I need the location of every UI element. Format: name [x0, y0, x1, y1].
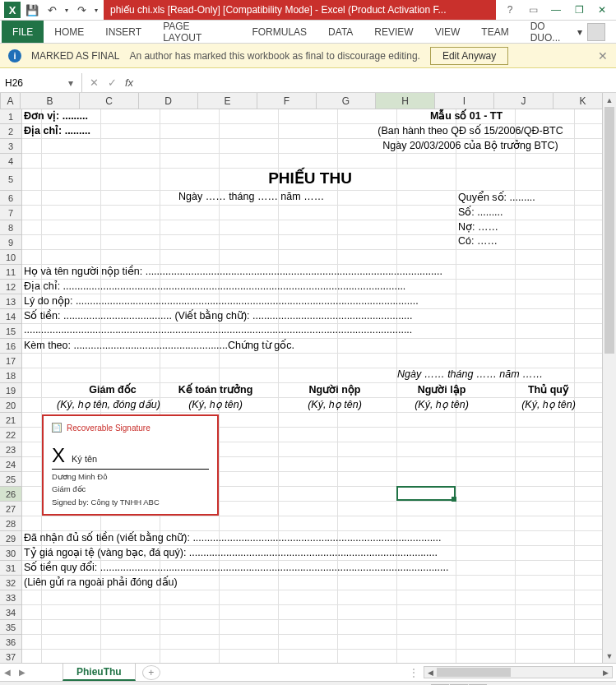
tab-data[interactable]: DATA: [317, 21, 364, 43]
row-header-35[interactable]: 35: [0, 620, 22, 635]
sheet-nav-next-icon[interactable]: ▶: [15, 668, 30, 677]
tab-page-layout[interactable]: PAGE LAYOUT: [152, 21, 241, 43]
undo-dropdown-icon[interactable]: ▾: [63, 1, 71, 19]
row-header-1[interactable]: 1: [0, 109, 22, 124]
signature-box[interactable]: 📄 Recoverable Signature X Ký tên Dương M…: [42, 414, 219, 516]
sheet-nav-prev-icon[interactable]: ◀: [0, 668, 15, 677]
row-header-25[interactable]: 25: [0, 472, 22, 487]
ribbon-options-icon[interactable]: ▭: [522, 1, 544, 19]
cancel-formula-icon[interactable]: ✕: [86, 76, 102, 89]
horizontal-scroll-thumb[interactable]: [437, 668, 511, 677]
restore-icon[interactable]: ❐: [568, 1, 590, 19]
col-header-J[interactable]: J: [494, 93, 553, 109]
row-header-8[interactable]: 8: [0, 220, 22, 235]
row-header-37[interactable]: 37: [0, 650, 22, 663]
scroll-down-icon[interactable]: ▼: [603, 649, 616, 663]
row-header-34[interactable]: 34: [0, 605, 22, 620]
tab-home[interactable]: HOME: [44, 21, 95, 43]
row-header-31[interactable]: 31: [0, 561, 22, 576]
horizontal-scrollbar[interactable]: ◀ ▶: [424, 666, 613, 678]
col-header-C[interactable]: C: [80, 93, 139, 109]
undo-icon[interactable]: ↶: [43, 1, 61, 19]
row-header-16[interactable]: 16: [0, 339, 22, 354]
col-header-A[interactable]: A: [1, 93, 21, 109]
col-header-I[interactable]: I: [435, 93, 494, 109]
user-menu[interactable]: DO DUO... ▾: [520, 21, 616, 43]
name-box[interactable]: H26 ▾: [0, 73, 82, 92]
row-header-17[interactable]: 17: [0, 354, 22, 368]
row-header-5[interactable]: 5: [0, 169, 22, 191]
sheet-split-handle[interactable]: ⋮: [409, 667, 419, 678]
col-header-B[interactable]: B: [21, 93, 80, 109]
name-box-value: H26: [5, 77, 65, 89]
cell-A14: Số tiền: ...............................…: [24, 309, 413, 322]
formula-input[interactable]: [140, 73, 616, 92]
info-bar-text: An author has marked this workbook as fi…: [129, 50, 420, 62]
add-sheet-icon[interactable]: +: [142, 665, 160, 680]
save-icon[interactable]: 💾: [23, 1, 41, 19]
row-header-13[interactable]: 13: [0, 294, 22, 309]
row-header-21[interactable]: 21: [0, 413, 22, 428]
row-header-7[interactable]: 7: [0, 206, 22, 220]
edit-anyway-button[interactable]: Edit Anyway: [430, 47, 508, 65]
tab-formulas[interactable]: FORMULAS: [241, 21, 317, 43]
row-header-36[interactable]: 36: [0, 635, 22, 650]
row-header-23[interactable]: 23: [0, 442, 22, 457]
row-header-30[interactable]: 30: [0, 546, 22, 561]
scroll-up-icon[interactable]: ▲: [603, 93, 616, 107]
tab-team[interactable]: TEAM: [470, 21, 519, 43]
row-header-28[interactable]: 28: [0, 516, 22, 531]
row-header-14[interactable]: 14: [0, 309, 22, 324]
row-header-4[interactable]: 4: [0, 154, 22, 169]
row-header-27[interactable]: 27: [0, 502, 22, 516]
marked-as-final-bar: i MARKED AS FINAL An author has marked t…: [0, 44, 616, 68]
row-header-2[interactable]: 2: [0, 124, 22, 139]
help-icon[interactable]: ?: [499, 1, 521, 19]
cell-E3: Ngày 20/03/2006 của Bộ trưởng BTC): [351, 139, 590, 151]
redo-icon[interactable]: ↷: [72, 1, 90, 19]
tab-review[interactable]: REVIEW: [364, 21, 424, 43]
tab-view[interactable]: VIEW: [424, 21, 471, 43]
row-header-12[interactable]: 12: [0, 280, 22, 294]
scroll-right-icon[interactable]: ▶: [600, 669, 612, 677]
cells-area[interactable]: Đơn vị: ......... Mẫu số 01 - TT Địa chỉ…: [22, 109, 602, 663]
ribbon-tabs: FILE HOME INSERT PAGE LAYOUT FORMULAS DA…: [0, 21, 616, 44]
row-header-6[interactable]: 6: [0, 191, 22, 206]
row-header-18[interactable]: 18: [0, 368, 22, 383]
row-header-24[interactable]: 24: [0, 457, 22, 472]
vertical-scroll-thumb[interactable]: [604, 107, 614, 354]
grid-area: ABCDEFGHIJK 1234567891011121314151617181…: [0, 93, 616, 663]
close-icon[interactable]: ✕: [591, 1, 613, 19]
tab-file[interactable]: FILE: [2, 21, 44, 43]
col-header-G[interactable]: G: [317, 93, 376, 109]
col-header-E[interactable]: E: [198, 93, 257, 109]
row-header-32[interactable]: 32: [0, 576, 22, 590]
vertical-scrollbar[interactable]: ▲ ▼: [602, 93, 616, 663]
row-header-29[interactable]: 29: [0, 531, 22, 546]
row-header-15[interactable]: 15: [0, 324, 22, 339]
tab-insert[interactable]: INSERT: [95, 21, 152, 43]
row-header-26[interactable]: 26: [0, 487, 22, 502]
signature-signed-by: Signed by: Công ty TNHH ABC: [52, 498, 209, 507]
quick-access-toolbar: X 💾 ↶ ▾ ↷ ▾: [0, 1, 104, 19]
row-header-10[interactable]: 10: [0, 250, 22, 265]
fx-icon[interactable]: fx: [122, 76, 137, 89]
info-bar-close-icon[interactable]: ✕: [598, 49, 608, 62]
row-header-11[interactable]: 11: [0, 265, 22, 280]
name-box-dropdown-icon[interactable]: ▾: [65, 77, 76, 89]
col-header-H[interactable]: H: [376, 93, 435, 109]
scroll-left-icon[interactable]: ◀: [424, 669, 437, 677]
row-header-9[interactable]: 9: [0, 235, 22, 250]
sheet-tab-active[interactable]: PhieuThu: [63, 664, 136, 681]
row-header-22[interactable]: 22: [0, 428, 22, 442]
col-header-F[interactable]: F: [257, 93, 317, 109]
col-header-K[interactable]: K: [553, 93, 602, 109]
row-header-3[interactable]: 3: [0, 139, 22, 154]
row-header-33[interactable]: 33: [0, 590, 22, 605]
enter-formula-icon[interactable]: ✓: [104, 76, 120, 89]
minimize-icon[interactable]: —: [545, 1, 567, 19]
row-header-19[interactable]: 19: [0, 383, 22, 398]
row-header-20[interactable]: 20: [0, 398, 22, 413]
col-header-D[interactable]: D: [139, 93, 198, 109]
qat-customize-icon[interactable]: ▾: [92, 1, 100, 19]
